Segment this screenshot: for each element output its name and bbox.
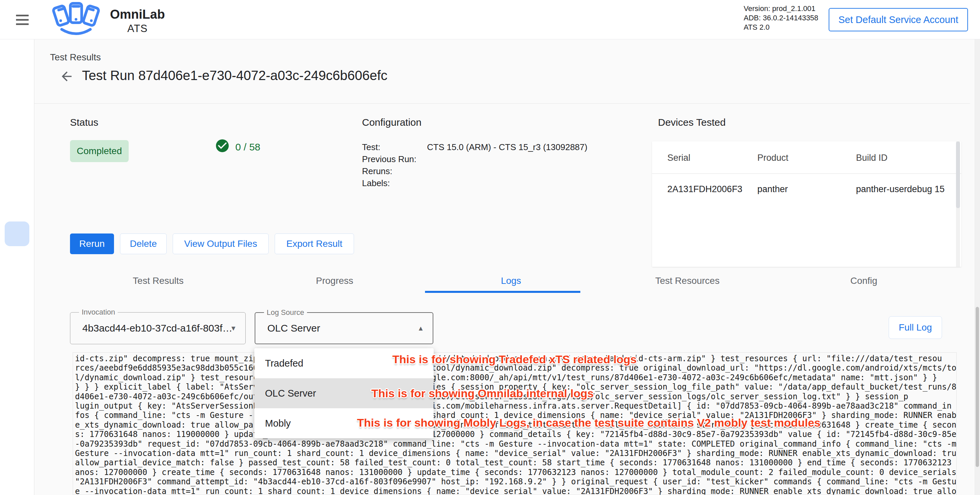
brand-sub: ATS	[127, 23, 148, 35]
column-header-product: Product	[757, 153, 788, 163]
brand-name: OmniLab	[110, 7, 165, 22]
menu-icon[interactable]	[16, 12, 32, 27]
ats-version-line: ATS 2.0	[744, 23, 818, 32]
sidebar-nav	[0, 39, 34, 495]
page-title: Test Run 87d406e1-e730-4072-a03c-249c6b6…	[82, 68, 387, 83]
adb-version-line: ADB: 36.0.2-14143358	[744, 13, 818, 23]
invocation-select[interactable]: Invocation 4b3acd44-eb10-37cd-a16f-803f……	[70, 312, 246, 344]
arrow-back-icon	[59, 69, 74, 84]
breadcrumb: Test Results	[50, 52, 101, 63]
chevron-down-icon: ▼	[230, 324, 237, 332]
status-heading: Status	[70, 117, 98, 128]
set-default-service-account-button[interactable]: Set Default Service Account	[829, 8, 968, 31]
config-label-test: Test:	[362, 142, 380, 152]
export-result-button[interactable]: Export Result	[275, 233, 354, 254]
rerun-button[interactable]: Rerun	[70, 233, 114, 254]
device-serial-cell: 2A131FDH2006F3	[667, 184, 751, 195]
chevron-up-icon: ▲	[417, 324, 424, 332]
ats-app: OmniLab ATS Version: prod_2.1.001 ADB: 3…	[0, 0, 980, 495]
delete-button[interactable]: Delete	[120, 233, 167, 254]
check-circle-icon	[215, 138, 230, 153]
active-tab-indicator	[425, 291, 580, 293]
column-header-serial: Serial	[667, 153, 690, 163]
version-line: Version: prod_2.1.001	[744, 4, 818, 13]
column-header-build-id: Build ID	[856, 153, 888, 163]
view-output-files-button[interactable]: View Output Files	[173, 233, 269, 254]
invocation-select-value: 4b3acd44-eb10-37cd-a16f-803f…	[82, 313, 232, 344]
annotation-tradefed: This is for showing Tradefed xTS related…	[392, 353, 637, 366]
log-source-select-value: OLC Server	[267, 313, 320, 343]
config-value-test: CTS 15.0 (ARM) - CTS 15_r3 (13092887)	[427, 142, 587, 152]
device-build-id-cell: panther-userdebug 15	[856, 184, 955, 195]
annotation-olc-server: This is for showing Omnilab internal log…	[371, 387, 593, 400]
config-label-labels: Labels:	[362, 178, 390, 188]
tab-progress[interactable]: Progress	[247, 269, 423, 293]
failed-total-count: 0 / 58	[235, 141, 260, 153]
devices-table-card	[652, 141, 961, 267]
config-label-reruns: Reruns:	[362, 166, 392, 176]
back-button[interactable]	[58, 68, 75, 85]
omnilab-logo	[46, 2, 106, 37]
config-label-previous-run: Previous Run:	[362, 154, 416, 164]
active-nav-highlight	[5, 222, 29, 246]
tab-bar: Test Results Progress Logs Test Resource…	[70, 269, 952, 293]
top-app-bar: OmniLab ATS Version: prod_2.1.001 ADB: 3…	[0, 0, 980, 39]
tab-test-results[interactable]: Test Results	[70, 269, 247, 293]
page-scrollbar[interactable]	[976, 307, 979, 467]
devices-tested-heading: Devices Tested	[658, 117, 725, 128]
devices-table-scrollbar[interactable]	[956, 141, 960, 208]
annotation-mobly: This is for showing Mobly Logs, in case …	[357, 416, 820, 429]
version-info: Version: prod_2.1.001 ADB: 36.0.2-141433…	[744, 4, 818, 32]
tab-test-resources[interactable]: Test Resources	[599, 269, 776, 293]
log-source-select[interactable]: Log Source OLC Server ▲	[255, 312, 433, 344]
tab-config[interactable]: Config	[776, 269, 952, 293]
configuration-heading: Configuration	[362, 117, 422, 128]
status-badge: Completed	[70, 140, 129, 162]
full-log-button[interactable]: Full Log	[889, 316, 942, 339]
device-product-cell: panther	[757, 184, 847, 195]
tab-logs[interactable]: Logs	[423, 269, 599, 293]
